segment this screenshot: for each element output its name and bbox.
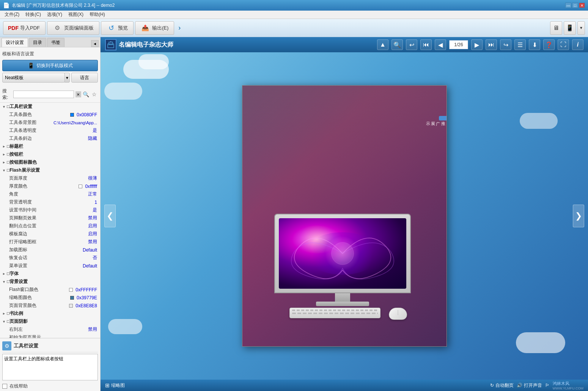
tree-item-bg-opacity[interactable]: 背景透明度 1 xyxy=(0,198,100,206)
tree-item-flip-to-click[interactable]: 翻到点击位置 启用 xyxy=(0,222,100,230)
nav-last-btn[interactable]: ⏭ xyxy=(486,39,497,50)
help-checkbox[interactable] xyxy=(2,384,7,389)
tree-group-btn-color[interactable]: ▼ □按钮图标颜色 xyxy=(0,158,100,166)
tree-item-toolbar-color[interactable]: 工具条颜色 0x0080FF xyxy=(0,111,100,119)
titlebar-controls[interactable]: — □ ✕ xyxy=(565,3,585,8)
tree-group-bg[interactable]: ▼ □背景设置 xyxy=(0,278,100,286)
menu-file[interactable]: 文件(Z) xyxy=(2,11,22,19)
tree-item-thickness-color[interactable]: 厚度颜色 0xffffff xyxy=(0,182,100,190)
tree-group-bg-label: □背景设置 xyxy=(7,278,28,285)
tree-item-toolbar-bevel[interactable]: 工具条斜边 隐藏 xyxy=(0,135,100,142)
nav-fullscreen-btn[interactable]: ⛶ xyxy=(558,39,569,50)
tree-group-titlebar-label: □标题栏 xyxy=(7,143,23,150)
mobile-icon: 📱 xyxy=(566,24,574,31)
panel-collapse-button[interactable]: ◄ xyxy=(91,40,99,47)
tree-group-titlebar[interactable]: ▼ □标题栏 xyxy=(0,142,100,150)
tree-group-ratio[interactable]: ▼ □书比例 xyxy=(0,310,100,317)
page-edit-button[interactable]: ⚙ 页面编辑面板 xyxy=(47,21,99,35)
sidebar-promo-tab[interactable]: 推广展示 xyxy=(439,116,447,120)
tree-group-font-label: □字体 xyxy=(7,271,19,277)
tab-bookmarks[interactable]: 书签 xyxy=(47,38,64,47)
description-textarea[interactable]: 设置工具栏上的图标或者按钮 xyxy=(2,354,98,380)
tree-item-toolbar-bg[interactable]: 工具条背景图 C:\Users\Zhuang\App... xyxy=(0,119,100,127)
keyboard-keys xyxy=(292,310,378,311)
sound-button[interactable]: 🔊 打开声音 xyxy=(517,382,542,389)
main-toolbar: PDF 导入PDF ⚙ 页面编辑面板 ↺ 预览 📤 输出(E) › 🖥 📱 ▼ xyxy=(0,19,588,37)
preview-button[interactable]: ↺ 预览 xyxy=(101,21,134,35)
page-prev-arrow[interactable]: ❮ xyxy=(104,205,116,227)
tree-item-landscape-border[interactable]: 横板腐边 启用 xyxy=(0,230,100,238)
nav-help-btn[interactable]: ❓ xyxy=(543,39,555,50)
tree-item-footer-flip[interactable]: 页脚翻页效果 禁用 xyxy=(0,214,100,222)
tree-arrow-btn-color: ▼ xyxy=(2,161,6,164)
page-next-arrow[interactable]: ❯ xyxy=(573,205,584,227)
tree-item-thumbnail-frame[interactable]: 打开缩略图框 禁用 xyxy=(0,238,100,246)
search-input[interactable] xyxy=(13,91,74,98)
tree-group-font[interactable]: ▼ □字体 xyxy=(0,270,100,278)
nav-prev-btn[interactable]: ◀ xyxy=(435,39,446,50)
tree-group-ratio-label: □书比例 xyxy=(7,310,23,317)
tree-item-load-icon[interactable]: 加载图标 Default xyxy=(0,246,100,254)
mode-switch-button[interactable]: 📱 切换到手机版模式 xyxy=(2,60,98,71)
thumbnail-button[interactable]: ⊞ 缩略图 xyxy=(105,382,125,389)
phone-mode-icon: 📱 xyxy=(28,63,34,69)
tree-arrow-buttons: ▼ xyxy=(2,153,6,156)
logo-svg xyxy=(107,41,115,48)
search-clear-button[interactable]: ✕ xyxy=(75,91,81,97)
nav-zoom-btn[interactable]: 🔍 xyxy=(391,39,403,50)
maximize-button[interactable]: □ xyxy=(572,3,578,8)
tree-group-buttons[interactable]: ▼ □按钮栏 xyxy=(0,150,100,158)
tree-item-rtl[interactable]: 右到左 禁用 xyxy=(0,325,100,333)
toolbar-more-button[interactable]: › xyxy=(176,21,183,35)
page-edit-label: 页面编辑面板 xyxy=(64,25,94,31)
tree-item-toolbar-opacity[interactable]: 工具条透明度 是 xyxy=(0,127,100,135)
nav-download-btn[interactable]: ⬇ xyxy=(529,39,540,50)
search-icon[interactable]: 🔍 xyxy=(83,91,90,98)
close-button[interactable]: ✕ xyxy=(579,3,585,8)
nav-first-btn[interactable]: ⏮ xyxy=(420,39,432,50)
search-bookmark-icon[interactable]: ☆ xyxy=(91,91,98,98)
page-number-input[interactable] xyxy=(449,40,468,49)
nav-info-btn[interactable]: i xyxy=(572,39,583,50)
tree-item-page-thickness[interactable]: 页面厚度 很薄 xyxy=(0,174,100,182)
nav-redo-btn[interactable]: ↪ xyxy=(500,39,511,50)
logo-line2: WWW.YLMFU.COM xyxy=(553,386,584,390)
thumbnail-label: 缩略图 xyxy=(111,382,125,389)
language-label: 语言 xyxy=(80,75,89,81)
tree-item-center-book[interactable]: 设置书到中间 是 xyxy=(0,206,100,214)
minimize-button[interactable]: — xyxy=(565,3,571,8)
view-dropdown-button[interactable]: ▼ xyxy=(577,21,585,35)
menu-help[interactable]: 帮助(H) xyxy=(86,11,108,19)
nav-undo-btn[interactable]: ↩ xyxy=(406,39,417,50)
desktop-view-button[interactable]: 🖥 xyxy=(550,21,562,35)
tree-item-page-bg-color[interactable]: 页面背景颜色 0xE8E8E8 xyxy=(0,302,100,310)
auto-flip-button[interactable]: ↻ 自动翻页 xyxy=(490,382,514,389)
menu-view[interactable]: 视图(X) xyxy=(65,11,86,19)
tree-group-shadow[interactable]: ▼ □页面阴影 xyxy=(0,317,100,325)
tree-item-flash-window-color[interactable]: Flash窗口颜色 0xFFFFFF xyxy=(0,286,100,294)
bookmark-icon-btn[interactable]: 🏳 xyxy=(545,383,550,388)
nav-next-btn[interactable]: ▶ xyxy=(471,39,483,50)
export-button[interactable]: 📤 输出(E) xyxy=(135,21,174,35)
tree-group-flash[interactable]: ▼ □Flash展示设置 xyxy=(0,166,100,174)
nav-menu-btn[interactable]: ☰ xyxy=(514,39,526,50)
tree-item-thumbnail-color[interactable]: 缩略图颜色 0x39779E xyxy=(0,294,100,302)
tree-item-double-page[interactable]: 初始为双页显示 xyxy=(0,333,100,338)
menu-convert[interactable]: 转换(C) xyxy=(22,11,44,19)
tab-design-settings[interactable]: 设计设置 xyxy=(2,38,28,47)
monitor-screen xyxy=(279,218,406,289)
mobile-view-button[interactable]: 📱 xyxy=(564,21,576,35)
tree-item-menu-settings[interactable]: 菜单设置 Default xyxy=(0,262,100,270)
template-dropdown-arrow[interactable]: ▼ xyxy=(64,73,70,83)
auto-flip-label: 自动翻页 xyxy=(495,382,514,389)
tree-group-toolbar[interactable]: ▼ □工具栏设置 xyxy=(0,103,100,111)
template-dropdown-button[interactable]: Neat模板 xyxy=(2,73,65,83)
tab-toc[interactable]: 目录 xyxy=(29,38,46,47)
import-pdf-button[interactable]: PDF 导入PDF xyxy=(3,21,46,35)
tree-item-restore-session[interactable]: 恢复会话 否 xyxy=(0,254,100,262)
nav-up-btn[interactable]: ▲ xyxy=(377,39,388,50)
menu-options[interactable]: 选项(Y) xyxy=(44,11,65,19)
language-button[interactable]: 语言 xyxy=(71,73,98,83)
screen-energy-svg xyxy=(279,218,406,289)
tree-item-angle[interactable]: 角度 正常 xyxy=(0,190,100,198)
